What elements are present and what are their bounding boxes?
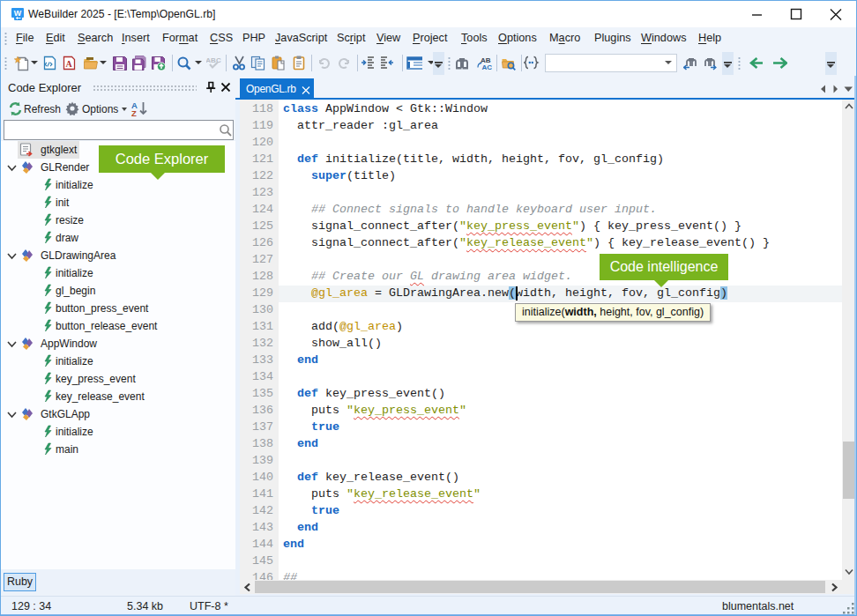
svg-text:W: W bbox=[14, 9, 22, 18]
svg-text:A: A bbox=[65, 59, 72, 69]
svg-text:AC: AC bbox=[482, 63, 493, 71]
svg-text:ABC: ABC bbox=[206, 56, 221, 64]
svg-text:Z: Z bbox=[131, 108, 137, 118]
